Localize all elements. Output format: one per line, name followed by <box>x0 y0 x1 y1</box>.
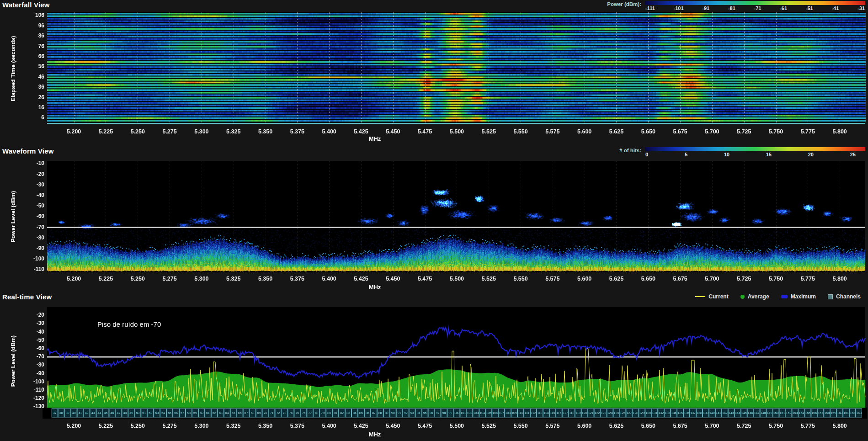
legend-item-current: Current <box>695 293 728 300</box>
power-colorbar-stack: -111-101-91-81-71-61-51-41-31 <box>645 1 865 11</box>
power-colorbar-label: Power (dBm): <box>607 1 641 11</box>
legend-label: Channels <box>836 293 861 300</box>
hits-colorbar-ticks: 0510152025 <box>645 152 856 157</box>
legend-glyph-current <box>695 296 705 297</box>
power-scale-tick: -91 <box>702 5 709 11</box>
realtime-panel: Real-time View CurrentAverageMaximumChan… <box>0 289 868 441</box>
waveform-header: Waveform View # of hits: 0510152025 <box>0 146 868 158</box>
hits-colorbar-stack: 0510152025 <box>645 147 865 157</box>
legend-label: Current <box>708 293 728 300</box>
waterfall-chart <box>0 11 868 146</box>
legend-glyph-average <box>740 295 745 299</box>
power-scale-tick: -51 <box>806 5 813 11</box>
waveform-title: Waveform View <box>2 147 54 155</box>
realtime-title: Real-time View <box>2 293 52 301</box>
power-scale-tick: -101 <box>674 5 684 11</box>
legend-item-average: Average <box>740 293 769 300</box>
power-colorbar-ticks: -111-101-91-81-71-61-51-41-31 <box>645 5 865 11</box>
power-colorbar: Power (dBm): -111-101-91-81-71-61-51-41-… <box>607 1 865 11</box>
power-scale-tick: -81 <box>728 5 735 11</box>
legend-label: Average <box>748 293 769 300</box>
power-scale-tick: -41 <box>831 5 839 11</box>
hits-scale-tick: 15 <box>766 152 772 157</box>
hits-scale-tick: 20 <box>808 152 814 157</box>
hits-colorbar-gradient <box>645 147 865 151</box>
hits-colorbar-label: # of hits: <box>619 147 641 157</box>
waveform-panel: Waveform View # of hits: 0510152025 <box>0 146 868 289</box>
noise-floor-annotation: Piso de ruído em -70 <box>97 320 161 328</box>
power-scale-tick: -71 <box>754 5 761 11</box>
waveform-chart <box>0 158 868 289</box>
power-colorbar-gradient <box>645 1 865 5</box>
realtime-header: Real-time View CurrentAverageMaximumChan… <box>0 289 868 305</box>
hits-scale-tick: 0 <box>645 152 648 157</box>
hits-scale-tick: 25 <box>850 152 856 157</box>
legend-glyph-channels <box>828 294 833 299</box>
spectrum-analyzer-app: Waterfall View Power (dBm): -111-101-91-… <box>0 0 868 441</box>
power-scale-tick: -31 <box>857 5 865 11</box>
waterfall-panel: Waterfall View Power (dBm): -111-101-91-… <box>0 0 868 146</box>
hits-scale-tick: 5 <box>685 152 687 157</box>
legend-glyph-maximum <box>781 295 788 298</box>
power-scale-tick: -61 <box>780 5 787 11</box>
realtime-legend: CurrentAverageMaximumChannels <box>695 293 865 300</box>
waterfall-title: Waterfall View <box>2 1 50 9</box>
hits-scale-tick: 10 <box>724 152 730 157</box>
legend-item-channels: Channels <box>828 293 861 300</box>
power-scale-tick: -111 <box>645 5 655 11</box>
hits-colorbar: # of hits: 0510152025 <box>619 147 865 157</box>
legend-label: Maximum <box>791 293 816 300</box>
legend-item-maximum: Maximum <box>781 293 816 300</box>
waterfall-header: Waterfall View Power (dBm): -111-101-91-… <box>0 0 868 11</box>
